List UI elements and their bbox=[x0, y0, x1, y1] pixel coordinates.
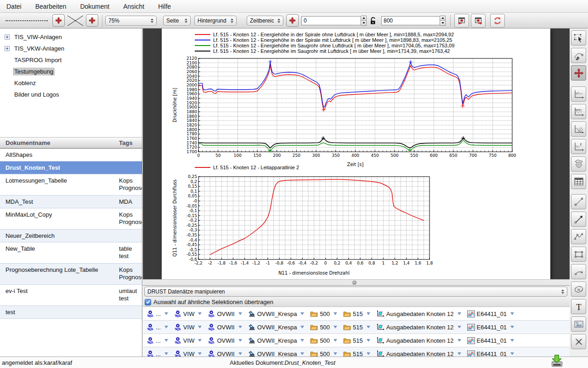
tree-item[interactable]: Bilder und Logos bbox=[0, 89, 142, 100]
range-end-input[interactable] bbox=[381, 16, 440, 25]
tool-move-button[interactable] bbox=[571, 65, 586, 80]
dropdown-arrow-icon[interactable] bbox=[238, 352, 242, 355]
tool-select-button[interactable] bbox=[571, 30, 586, 46]
dropdown-arrow-icon[interactable] bbox=[198, 312, 202, 315]
selector-axes[interactable]: Ausgabedaten Knoten 12 bbox=[376, 323, 461, 331]
document-row[interactable]: MDA_TestMDA bbox=[0, 196, 142, 208]
dropdown-arrow-icon[interactable] bbox=[300, 312, 304, 315]
dropdown-arrow-icon[interactable] bbox=[300, 352, 304, 355]
document-row[interactable]: Neuer_Zeitbereich bbox=[0, 230, 142, 242]
tool-delete-button[interactable] bbox=[571, 334, 586, 349]
selector-axes[interactable]: Ausgabedaten Knoten 12 bbox=[376, 310, 461, 317]
selector-folder[interactable]: 515 bbox=[343, 310, 370, 317]
document-row[interactable]: MinMaxLot_CopyKopsPrognose bbox=[0, 208, 142, 230]
selector-folder[interactable]: 515 bbox=[343, 324, 370, 331]
calendar-back-button[interactable] bbox=[454, 14, 469, 28]
selector-folder[interactable]: 500 bbox=[310, 351, 337, 357]
dropdown-arrow-icon[interactable] bbox=[238, 339, 242, 342]
tool-chart-markers-button[interactable] bbox=[571, 104, 586, 119]
selector-chart[interactable]: E64411_01 bbox=[467, 351, 514, 357]
selector-axes[interactable]: Ausgabedaten Knoten 12 bbox=[376, 350, 461, 356]
action-select[interactable]: DRUST Datenätze manipuieren bbox=[144, 287, 567, 297]
selector-axes[interactable]: Ausgabedaten Knoten 12 bbox=[376, 337, 461, 344]
document-row[interactable]: Lotmessungen_TabelleKopsPrognose bbox=[0, 174, 142, 196]
guide-vane-chart[interactable]: -2,2-2-1,8-1,6-1,4-1,2-1-0,8-0,6-0,4-0,2… bbox=[171, 173, 447, 279]
tool-polyline-button[interactable] bbox=[571, 229, 586, 244]
dropdown-arrow-icon[interactable] bbox=[510, 326, 514, 328]
dropdown-arrow-icon[interactable] bbox=[367, 352, 370, 355]
dropdown-arrow-icon[interactable] bbox=[334, 312, 337, 315]
tool-bezier-button[interactable] bbox=[571, 48, 586, 63]
tree-item[interactable]: TIS_VIW-Anlagen bbox=[0, 31, 142, 43]
selector-chart[interactable]: E64411_01 bbox=[467, 324, 514, 331]
selector-folder[interactable]: 500 bbox=[310, 310, 337, 317]
document-row[interactable]: AllShapes bbox=[0, 149, 142, 161]
selector-plant[interactable]: OVWII bbox=[208, 323, 242, 331]
selector-plant[interactable]: ... bbox=[147, 310, 168, 317]
selector-plant[interactable]: OVWII bbox=[208, 310, 242, 317]
add-line-style-button[interactable] bbox=[52, 14, 65, 27]
tool-arc-button[interactable] bbox=[571, 264, 586, 279]
tool-chart-time-button[interactable]: t bbox=[571, 139, 586, 154]
dropdown-arrow-icon[interactable] bbox=[458, 352, 461, 355]
range-end-spinner[interactable] bbox=[440, 16, 446, 26]
tool-chart-spiral-button[interactable] bbox=[571, 121, 586, 137]
selector-plant[interactable]: VIW bbox=[174, 310, 202, 317]
selector-machine[interactable]: OVWII_Krespa bbox=[248, 350, 305, 356]
add-marker-style-button[interactable] bbox=[86, 14, 98, 27]
tree-item[interactable]: TIS_VKW-Anlagen bbox=[0, 43, 142, 54]
tool-text-button[interactable]: T bbox=[571, 299, 586, 314]
menu-item-ansicht[interactable]: Ansicht bbox=[123, 3, 144, 10]
apply-similar-checkbox[interactable] bbox=[145, 299, 151, 305]
dropdown-arrow-icon[interactable] bbox=[300, 326, 304, 328]
menu-item-datei[interactable]: Datei bbox=[6, 3, 22, 10]
dropdown-arrow-icon[interactable] bbox=[198, 339, 202, 342]
selector-plant[interactable]: OVWII bbox=[208, 350, 242, 356]
column-header-name[interactable]: Dokumentname bbox=[0, 139, 119, 146]
document-list-header[interactable]: Dokumentname Tags bbox=[0, 137, 142, 149]
calendar-forward-button[interactable] bbox=[471, 14, 486, 28]
dropdown-arrow-icon[interactable] bbox=[164, 326, 168, 328]
tool-chart-line-button[interactable] bbox=[571, 86, 586, 102]
dropdown-arrow-icon[interactable] bbox=[458, 339, 461, 342]
document-row[interactable]: ev-i Testumlauttest bbox=[0, 285, 142, 306]
selector-folder[interactable]: 515 bbox=[343, 337, 370, 344]
tool-image-button[interactable] bbox=[571, 316, 586, 332]
range-start-input[interactable] bbox=[301, 16, 361, 25]
dropdown-arrow-icon[interactable] bbox=[458, 326, 461, 328]
cross-line-style-icon[interactable] bbox=[66, 14, 85, 27]
dropdown-arrow-icon[interactable] bbox=[510, 339, 514, 342]
tool-arrow-button[interactable] bbox=[571, 212, 586, 227]
dropdown-arrow-icon[interactable] bbox=[238, 312, 242, 315]
selector-machine[interactable]: OVWII_Krespa bbox=[248, 337, 305, 344]
selector-plant[interactable]: VIW bbox=[174, 350, 202, 356]
column-header-tags[interactable]: Tags bbox=[119, 139, 142, 146]
tree-item[interactable]: Testumgebung bbox=[0, 66, 142, 77]
menu-item-dokument[interactable]: Dokument bbox=[80, 3, 109, 10]
document-row[interactable]: test bbox=[0, 306, 142, 319]
selector-plant[interactable]: ... bbox=[147, 337, 168, 344]
document-row[interactable]: Drust_Knoten_Test bbox=[0, 161, 142, 174]
timerange-select[interactable]: Zeitbereich bbox=[247, 16, 283, 26]
tool-line-button[interactable] bbox=[571, 194, 586, 209]
selector-folder[interactable]: 500 bbox=[310, 324, 337, 331]
dropdown-arrow-icon[interactable] bbox=[198, 326, 202, 328]
tool-rectangle-button[interactable] bbox=[571, 247, 586, 262]
dropdown-arrow-icon[interactable] bbox=[300, 339, 304, 342]
selector-folder[interactable]: 500 bbox=[310, 337, 337, 344]
tree-item[interactable]: Koblenz bbox=[0, 77, 142, 89]
tool-ellipse-button[interactable]: br bbox=[571, 282, 586, 297]
tool-chart-stamp-button[interactable] bbox=[571, 156, 586, 172]
scrollbar-thumb[interactable] bbox=[352, 281, 356, 285]
dropdown-arrow-icon[interactable] bbox=[510, 352, 514, 355]
dropdown-arrow-icon[interactable] bbox=[164, 312, 168, 315]
selector-plant[interactable]: VIW bbox=[174, 323, 202, 331]
menu-item-bearbeiten[interactable]: Bearbeiten bbox=[35, 3, 67, 10]
dotted-line-style-icon[interactable] bbox=[6, 20, 48, 21]
selector-folder[interactable]: 515 bbox=[343, 351, 370, 357]
download-icon[interactable] bbox=[548, 354, 565, 368]
selector-plant[interactable]: ... bbox=[147, 323, 168, 331]
add-timerange-button[interactable] bbox=[286, 14, 299, 27]
document-row[interactable]: New_Tabletabletest bbox=[0, 242, 142, 264]
lock-open-icon[interactable] bbox=[369, 17, 377, 25]
